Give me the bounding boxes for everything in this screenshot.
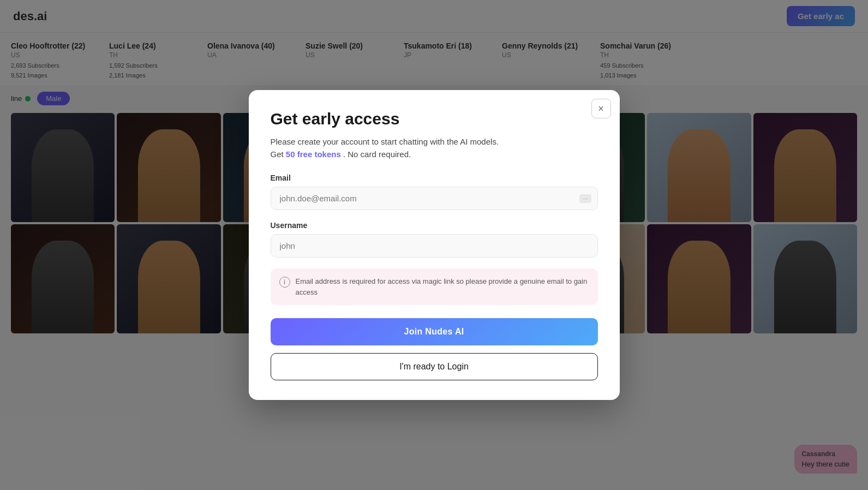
username-input-wrapper [271,234,598,258]
modal-close-button[interactable]: × [591,99,611,118]
modal-overlay: × Get early access Please create your ac… [0,0,868,490]
modal: × Get early access Please create your ac… [249,90,620,400]
username-label: Username [271,221,598,230]
email-label: Email [271,174,598,182]
subtitle-end: . No card required. [343,150,411,159]
free-tokens-link[interactable]: 50 free tokens [286,150,341,159]
info-text: Email address is required for access via… [296,276,589,297]
email-input-wrapper: ··· [271,187,598,210]
email-input[interactable] [271,187,598,210]
close-icon: × [598,103,604,115]
modal-subtitle: Please create your account to start chat… [271,136,598,160]
login-button[interactable]: I'm ready to Login [271,353,598,380]
email-input-icon: ··· [579,194,591,203]
join-button[interactable]: Join Nudes AI [271,318,598,345]
modal-title: Get early access [271,110,598,128]
info-icon: i [279,277,290,288]
info-box: i Email address is required for access v… [271,268,598,305]
username-input[interactable] [271,234,598,258]
